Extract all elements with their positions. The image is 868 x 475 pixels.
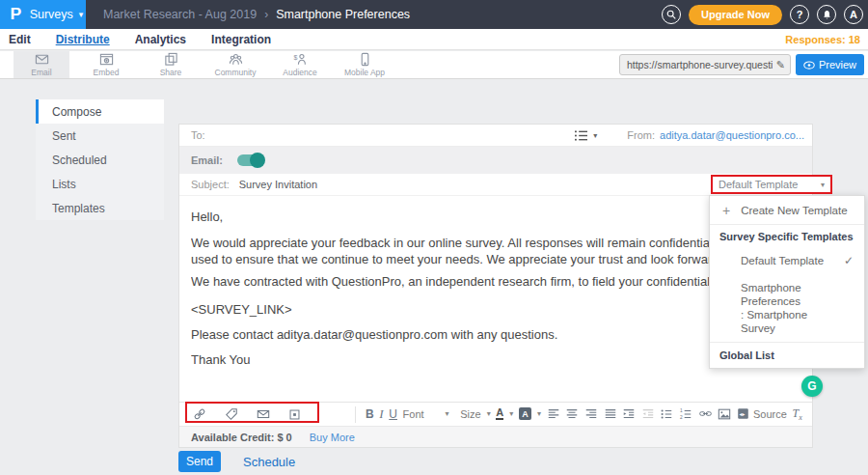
channel-tab-mobile-app[interactable]: Mobile App [337,51,393,78]
template-option-default-template[interactable]: Default Template✓ [710,247,864,274]
breadcrumb-survey-name[interactable]: Smartphone Preferences [276,8,410,21]
email-icon [35,52,49,67]
channel-tab-share[interactable]: Share [143,51,199,78]
background-color-icon[interactable]: A▾ [519,407,541,420]
edit-url-icon[interactable]: ✎ [776,59,785,71]
create-new-template-item[interactable]: + Create New Template [710,196,864,225]
font-name-label: Font [403,408,440,420]
toggle-knob [250,153,265,168]
svg-text:◂▸: ◂▸ [740,411,746,417]
schedule-button[interactable]: Schedule [243,455,295,469]
chevron-down-icon: ▾ [487,409,491,418]
select-caret-icon: ▾ [821,181,825,189]
subject-input[interactable]: Survey Invitation [239,179,317,190]
top-header: P Surveys ▾ Market Research - Aug 2019 ›… [0,0,868,29]
from-email-link[interactable]: aditya.datar@questionpro.co... [660,129,804,141]
template-option-smartphone-preferences[interactable]: Smartphone Preferences : Smartphone Surv… [710,274,864,342]
avatar[interactable]: A [844,5,863,24]
embed-icon [99,52,114,67]
insert-survey-link-icon[interactable] [193,407,206,421]
sidebar: ComposeSentScheduledListsTemplates [36,99,164,220]
svg-text:$: $ [293,54,297,61]
buy-more-link[interactable]: Buy More [310,432,355,443]
insert-embed-icon[interactable] [288,408,301,421]
channel-label: Mobile App [344,68,385,77]
font-name-dropdown[interactable]: Font▾ [403,408,449,420]
email-toggle[interactable] [237,154,263,166]
bulleted-list-icon[interactable] [660,407,673,421]
remove-format-icon[interactable]: Tx [793,406,802,422]
notifications-icon[interactable] [817,5,836,24]
grammarly-icon[interactable]: G [801,376,823,397]
header-actions: Upgrade Now ? A [662,5,868,25]
distribution-channel-bar: EmailEmbedShareCommunity$AudienceMobile … [0,51,868,79]
increase-indent-icon[interactable] [622,407,636,421]
text-color-icon[interactable]: A▾ [496,407,513,420]
font-size-dropdown[interactable]: Size▾ [460,408,490,420]
email-toggle-row: Email: [179,147,812,174]
survey-nav: EditDistributeAnalyticsIntegrationRespon… [0,29,868,50]
nav-item-analytics[interactable]: Analytics [135,33,186,46]
responses-count[interactable]: Responses: 18 [785,34,868,45]
decrease-indent-icon [641,407,655,421]
to-row: To: ▾ From: aditya.datar@questionpro.co.… [179,125,812,147]
sidebar-item-sent[interactable]: Sent [36,124,164,148]
menu-section-survey-templates: Survey Specific Templates [710,225,864,247]
credit-row: Available Credit: $ 0 Buy More [179,426,812,447]
svg-text:1: 1 [680,408,683,413]
email-toggle-label: Email: [191,154,223,166]
chevron-down-icon: ▾ [446,409,449,418]
contact-list-icon[interactable] [574,129,588,142]
product-switcher[interactable]: P Surveys ▾ [0,0,86,29]
eye-icon [803,61,815,70]
underline-icon[interactable]: U [389,407,397,421]
to-field[interactable]: To: [191,129,205,141]
formatting-tools-group: BIUFont▾Size▾A▾A▾12◂▸SourceTx [366,406,804,422]
channel-label: Share [160,68,182,77]
sidebar-item-templates[interactable]: Templates [36,196,164,220]
align-center-icon[interactable] [565,407,579,421]
nav-item-integration[interactable]: Integration [211,33,271,46]
source-box-icon: ◂▸ [737,407,749,420]
sidebar-item-lists[interactable]: Lists [36,172,164,196]
editor-toolbar: BIUFont▾Size▾A▾A▾12◂▸SourceTx [179,402,812,426]
svg-text:2: 2 [680,415,683,420]
align-right-icon[interactable] [584,407,598,421]
align-left-icon[interactable] [547,407,560,421]
send-button[interactable]: Send [178,451,221,472]
channel-tab-email[interactable]: Email [14,51,69,78]
nav-item-edit[interactable]: Edit [9,33,31,46]
breadcrumb-folder[interactable]: Market Research - Aug 2019 [103,8,257,21]
italic-icon[interactable]: I [379,406,383,422]
numbered-list-icon[interactable]: 12 [679,407,692,421]
insert-link-icon[interactable] [698,407,713,420]
chevron-down-icon: ▾ [79,10,84,19]
list-dropdown-caret-icon[interactable]: ▾ [593,131,597,140]
insert-email-icon[interactable] [257,407,270,421]
help-icon[interactable]: ? [790,5,809,24]
nav-item-distribute[interactable]: Distribute [56,33,110,46]
insert-tag-icon[interactable] [225,407,238,421]
channel-tab-community[interactable]: Community [207,51,263,78]
toolbar-divider [355,406,356,423]
from-label: From: [627,129,655,141]
upgrade-now-button[interactable]: Upgrade Now [689,5,782,25]
survey-url-field[interactable]: https://smartphone-survey.questionpro ✎ [619,54,791,75]
mobile-icon [358,52,372,67]
sidebar-item-scheduled[interactable]: Scheduled [36,148,164,172]
channel-label: Audience [283,68,316,77]
channel-tab-audience[interactable]: $Audience [272,51,328,78]
template-select[interactable]: Default Template ▾ [711,175,832,194]
bold-icon[interactable]: B [366,407,374,421]
channel-tab-embed[interactable]: Embed [78,51,134,78]
share-icon [164,52,178,67]
menu-section-global-list[interactable]: Global List [710,342,864,368]
channel-label: Email [31,68,51,77]
source-dropdown[interactable]: ◂▸Source [737,407,787,420]
sidebar-item-compose[interactable]: Compose [36,99,164,124]
insert-image-icon[interactable] [718,407,731,421]
align-justify-icon[interactable] [604,407,617,421]
search-icon[interactable] [662,5,681,24]
preview-button[interactable]: Preview [796,54,864,75]
channel-label: Embed [94,68,120,77]
